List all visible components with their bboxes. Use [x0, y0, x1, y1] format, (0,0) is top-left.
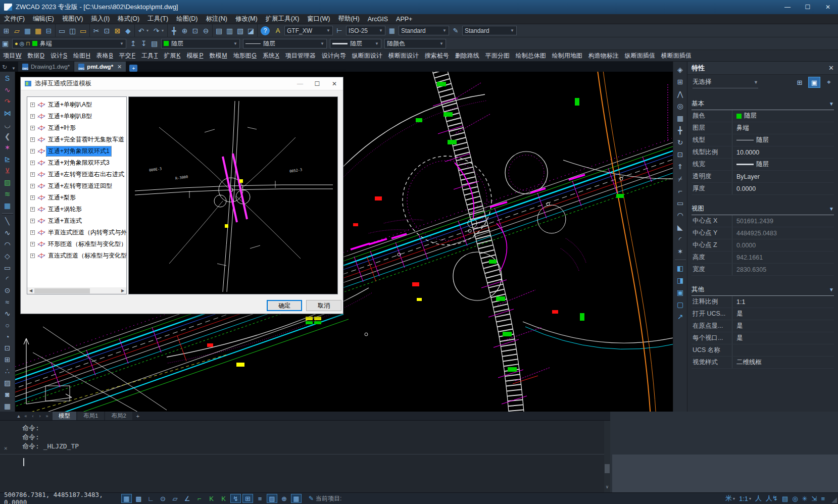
array-icon[interactable]: ▦	[674, 112, 686, 124]
menubar-item[interactable]: 窗口(W)	[303, 14, 334, 24]
ribbon-item[interactable]: 纵断面插值	[622, 50, 658, 61]
dynamic-input-icon[interactable]: ↯	[230, 494, 241, 503]
linetype-combo[interactable]: 随层▼	[243, 39, 327, 48]
ribbon-item[interactable]: 表格B	[93, 50, 116, 61]
quick-select-icon[interactable]: ⌖	[823, 77, 835, 88]
road-node-icon[interactable]: ✶	[2, 142, 14, 154]
offset-icon[interactable]: ◎	[674, 100, 686, 112]
ortho-icon[interactable]: ∟	[145, 494, 156, 503]
cut-icon[interactable]: ✂	[91, 26, 102, 36]
tree-item[interactable]: +互通+左转弯匝道迂回型	[27, 180, 126, 192]
minimize-button[interactable]: —	[777, 0, 798, 14]
mleader-style-combo[interactable]: Standard▼	[462, 26, 517, 35]
draworder-link-icon[interactable]: ↗	[674, 311, 686, 323]
copy-object-icon[interactable]: ⊞	[674, 76, 686, 88]
revcloud-icon[interactable]: ≈	[2, 296, 14, 308]
cancel-button[interactable]: 取消	[306, 300, 341, 311]
selection-combo[interactable]: 无选择▼	[693, 76, 758, 88]
menubar-item[interactable]: 视图(V)	[58, 14, 87, 24]
print-preview-icon[interactable]: ◫	[67, 26, 78, 36]
pan-icon[interactable]: ╋	[169, 26, 179, 36]
property-value[interactable]: 是	[732, 320, 834, 332]
command-input-cursor[interactable]	[23, 458, 24, 466]
ribbon-item[interactable]: 项目管理器	[282, 50, 319, 61]
section-header[interactable]: 其他▼	[692, 284, 834, 296]
property-value[interactable]	[732, 344, 834, 356]
make-block-icon[interactable]: ⊞	[2, 354, 14, 366]
property-value[interactable]: 0.0000	[732, 239, 834, 251]
break-icon[interactable]: ▭	[674, 197, 686, 209]
property-value[interactable]: 是	[732, 332, 834, 344]
resize-grip[interactable]: ◢	[831, 495, 837, 503]
ribbon-item[interactable]: 搜索桩号	[422, 50, 452, 61]
erase-icon[interactable]: ◈	[674, 64, 686, 76]
match-properties-icon[interactable]: ◆	[123, 26, 133, 36]
snap-icon[interactable]: ▩	[133, 494, 144, 503]
dynamic-ucs-icon[interactable]: ⌐	[194, 494, 205, 503]
plot-style-combo[interactable]: 随颜色▼	[384, 39, 446, 48]
menubar-item[interactable]: APP+	[392, 14, 416, 24]
tab-close-icon[interactable]: ✕	[117, 64, 122, 70]
menubar-item[interactable]: 扩展工具(X)	[262, 14, 304, 24]
hatch-icon[interactable]: ▨	[2, 377, 14, 388]
command-window[interactable]: ✕ 命令:命令:命令: _HLJZD_TP ∨	[0, 420, 610, 492]
first-layout-icon[interactable]: «	[22, 414, 29, 419]
stretch-icon[interactable]: ⇑	[674, 161, 686, 173]
open-file-icon[interactable]: ▱	[12, 26, 22, 36]
property-value[interactable]: 0.0000	[732, 183, 834, 194]
mirror-icon[interactable]: ⋀	[674, 88, 686, 100]
ribbon-item[interactable]: 删除路线	[452, 50, 482, 61]
insert-block-icon[interactable]: ⊡	[2, 342, 14, 354]
lineweight-display-icon[interactable]: ≡	[255, 494, 265, 503]
property-value[interactable]: 2830.6305	[732, 264, 834, 275]
property-value[interactable]: 随层	[732, 110, 834, 122]
new-layout-button[interactable]: +	[133, 413, 142, 419]
select-objects-icon[interactable]: ▣	[808, 77, 820, 88]
doc-tab-pmt[interactable]: DWG pmt.dwg* ✕	[74, 62, 126, 72]
object-snap-icon[interactable]: ▱	[170, 494, 180, 503]
annotation-monitor-icon[interactable]: ▦	[291, 494, 302, 503]
send-under-icon[interactable]: ▢	[674, 298, 686, 311]
clean-screen-icon[interactable]: ▤	[782, 495, 788, 502]
scroll-left-icon[interactable]: ◀	[27, 288, 34, 294]
tree-item[interactable]: +互通+单喇叭B型	[27, 111, 126, 122]
menubar-item[interactable]: 编辑(E)	[29, 14, 58, 24]
layer-properties-icon[interactable]: ▣	[0, 38, 11, 48]
ribbon-item[interactable]: 绘制总体图	[513, 50, 549, 61]
annotation-visibility-icon[interactable]: 人	[755, 494, 762, 503]
expand-icon[interactable]: +	[30, 126, 35, 130]
properties-close-icon[interactable]: ✕	[828, 64, 834, 72]
menubar-item[interactable]: 修改(M)	[231, 14, 262, 24]
expand-icon[interactable]: +	[30, 149, 35, 154]
send-to-back-icon[interactable]: ◨	[674, 274, 686, 286]
ribbon-item[interactable]: 设计向导	[319, 50, 349, 61]
color-combo[interactable]: 随层▼	[161, 39, 240, 48]
command-scrollbar[interactable]: ∨	[604, 421, 610, 493]
property-value[interactable]: 942.1661	[732, 251, 834, 263]
new-tab-button[interactable]: +	[129, 65, 137, 72]
terrain-model-icon[interactable]: ▨	[2, 176, 14, 188]
publish-icon[interactable]: ▭	[78, 26, 88, 36]
command-close-icon[interactable]: ✕	[4, 445, 8, 451]
expand-icon[interactable]: +	[30, 184, 35, 188]
tree-item[interactable]: +互通+对角象限双环式1	[27, 145, 126, 157]
ribbon-item[interactable]: 设计S	[47, 50, 70, 61]
ribbon-item[interactable]: 扩展K	[161, 50, 183, 61]
next-layout-icon[interactable]: ›	[36, 414, 43, 419]
spline-icon[interactable]: ∿	[2, 308, 14, 320]
make-layer-current-icon[interactable]: ↥	[128, 38, 138, 48]
osnap-3d-icon[interactable]: K	[206, 494, 217, 503]
undo-icon[interactable]: ↶	[136, 26, 146, 36]
tree-item[interactable]: +环形匝道（标准型与变化型）	[27, 238, 126, 250]
layer-freeze-icon[interactable]: ◎	[20, 40, 25, 47]
ribbon-item[interactable]: 横断面设计	[385, 50, 422, 61]
tree-item[interactable]: +互通+叶形	[27, 122, 126, 134]
explode-icon[interactable]: ✶	[674, 245, 686, 258]
maximize-button[interactable]: ☐	[798, 0, 818, 14]
tree-item[interactable]: +互通+完全苜蓿叶无集散车道	[27, 134, 126, 145]
property-value[interactable]: 10.0000	[732, 146, 834, 158]
table-icon[interactable]: ▦	[2, 400, 14, 412]
ribbon-item[interactable]: 工具T	[138, 50, 161, 61]
data-table-icon[interactable]: ▦	[2, 199, 14, 211]
ribbon-item[interactable]: 平面分图	[482, 50, 513, 61]
